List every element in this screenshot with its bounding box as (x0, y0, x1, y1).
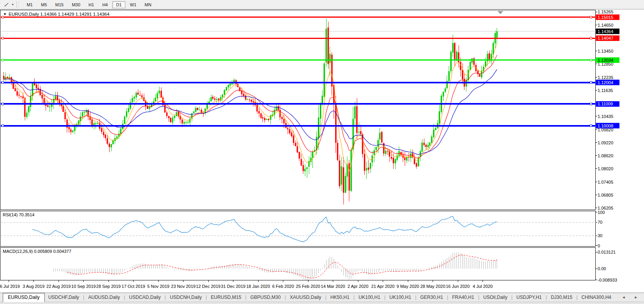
toolbar-grip[interactable] (17, 2, 19, 8)
date-tick-label: 5 Nov 2019 (147, 284, 169, 289)
timeframe-button-h1[interactable]: H1 (85, 1, 97, 8)
chart-tab-dj30-m15[interactable]: DJ30,M15 (547, 294, 576, 301)
date-tick-label: 16 Jun 2020 (446, 284, 470, 289)
macd-scale-label: -0.008933 (598, 278, 617, 282)
timeframe-buttons: M1M5M15M30H1H4D1W1MN (21, 1, 157, 8)
hline-handle[interactable] (2, 59, 4, 61)
date-tick-label: 9 May 2020 (396, 284, 419, 289)
date-tick-label: 28 Sep 2019 (96, 284, 121, 289)
date-tick-label: 25 Feb 2020 (296, 284, 320, 289)
rsi-scale-label: 0 (598, 243, 600, 248)
timeframe-button-m1[interactable]: M1 (23, 1, 36, 8)
hline-handle[interactable] (2, 16, 4, 18)
price-chart[interactable]: 1.152651.146501.134501.128501.122351.116… (0, 9, 644, 293)
price-tick-label: 1.13450 (598, 49, 613, 53)
chart-tab-usdjpy-h1[interactable]: USDJPY,H1 (513, 294, 545, 301)
macd-scale-label: 0.00 (598, 266, 606, 271)
date-tick-label: 31 Dec 2019 (221, 284, 245, 289)
chart-tab-china300-h4[interactable]: CHINA300,H4 (578, 294, 615, 301)
date-tick-label: 22 Aug 2019 (46, 284, 71, 289)
macd-label: MACD(12,26,9) 0.005809 0.004377 (3, 249, 71, 254)
line-style-tool[interactable]: ▼ (1, 1, 16, 8)
rsi-scale-label: 30 (598, 233, 602, 238)
price-tick-label: 1.14650 (598, 23, 613, 28)
date-tick-label: 16 Jul 2019 (0, 284, 20, 289)
date-tick-label: 2 Apr 2020 (347, 284, 368, 289)
price-tick-label: 1.07405 (598, 180, 613, 184)
price-tick-label: 1.11635 (598, 88, 613, 93)
hline-price-label: 1.12004 (598, 80, 613, 85)
date-tick-label: 23 Nov 2019 (171, 284, 195, 289)
date-tick-label: 6 Feb 2020 (272, 284, 294, 289)
chart-tab-usdcad-daily[interactable]: USDCAD,Daily (125, 294, 164, 301)
date-tick-label: 12 Dec 2019 (196, 284, 220, 289)
chart-tab-audusd-daily[interactable]: AUDUSD,Daily (85, 294, 124, 301)
chart-tab-usoil-daily[interactable]: USOil,Daily (480, 294, 511, 301)
timeframe-button-mn[interactable]: MN (141, 1, 155, 8)
timeframe-button-m30[interactable]: M30 (68, 1, 84, 8)
rsi-scale-label: 70 (598, 220, 602, 225)
hline-price-label: 1.14047 (598, 36, 613, 41)
hline-handle[interactable] (2, 103, 4, 105)
main-toolbar: ▼ M1M5M15M30H1H4D1W1MN (0, 0, 644, 9)
hline-handle[interactable] (590, 125, 592, 127)
chart-tab-gbpusd-m30[interactable]: GBPUSD,M30 (247, 294, 284, 301)
chart-tab-eurusd-m15[interactable]: EURUSD,M15 (207, 294, 245, 301)
hline-handle[interactable] (590, 59, 592, 61)
date-tick-label: 14 Mar 2020 (321, 284, 345, 289)
price-tick-label: 1.12235 (598, 75, 613, 80)
chart-tab-bar: EURUSD,DailyUSDCHF,Daily|AUDUSD,Daily|US… (0, 293, 644, 302)
time-axis: 16 Jul 20193 Aug 201922 Aug 201910 Sep 2… (0, 280, 493, 289)
chart-tab-uk100-h1[interactable]: UK100,H1 (355, 294, 384, 301)
hline-price-label: 1.11009 (598, 101, 613, 106)
chart-title-ohlc: EURUSD,Daily 1.14366 1.14429 1.14291 1.1… (9, 12, 110, 17)
hline-handle[interactable] (590, 103, 592, 105)
timeframe-button-m5[interactable]: M5 (37, 1, 50, 8)
chart-pane (0, 211, 596, 247)
date-tick-label: 17 Oct 2019 (122, 284, 145, 289)
current-price-label: 1.14364 (598, 29, 613, 34)
timeframe-button-m15[interactable]: M15 (52, 1, 67, 8)
collapse-arrow-icon[interactable]: ▼ (3, 12, 7, 16)
timeframe-button-w1[interactable]: W1 (127, 1, 140, 8)
rsi-label: RSI(14) 70.3514 (3, 212, 35, 217)
date-tick-label: 18 Jan 2020 (246, 284, 270, 289)
date-tick-label: 28 May 2020 (420, 284, 446, 289)
hline-handle[interactable] (2, 125, 4, 127)
hline-handle[interactable] (590, 37, 592, 39)
price-tick-label: 1.08020 (598, 166, 613, 171)
chart-tab-uk100-h1[interactable]: UK100,H1 (386, 294, 415, 301)
price-tick-label: 1.08620 (598, 153, 613, 158)
tab-scroll-arrows[interactable]: ◄ ► (622, 295, 644, 299)
hline-price-label: 1.13034 (598, 58, 613, 63)
chevron-down-icon[interactable]: ▼ (11, 3, 14, 6)
date-tick-label: 21 Apr 2020 (371, 284, 394, 289)
timeframe-button-h4[interactable]: H4 (99, 1, 111, 8)
hline-handle[interactable] (2, 81, 4, 83)
macd-scale-label: 0.013121 (598, 250, 616, 254)
date-tick-label: 3 Aug 2019 (23, 284, 45, 289)
chart-tab-usdchf-daily[interactable]: USDCHF,Daily (45, 294, 83, 301)
price-tick-label: 1.06805 (598, 193, 613, 197)
date-tick-label: 4 Jul 2020 (473, 284, 493, 289)
hline-price-label: 1.15015 (598, 15, 613, 20)
chart-tab-hk50-h1[interactable]: HK50,H1 (327, 294, 353, 301)
chart-tab-eurusd-daily[interactable]: EURUSD,Daily (3, 293, 45, 302)
chart-tab-xauusd-daily[interactable]: XAUUSD,Daily (286, 294, 325, 301)
chart-pane (0, 248, 596, 280)
hline-handle[interactable] (2, 37, 4, 39)
bottom-strip (0, 302, 644, 304)
line-style-icon (3, 1, 11, 8)
hline-price-label: 1.10008 (598, 123, 613, 128)
rsi-scale-label: 100 (598, 210, 605, 215)
hline-handle[interactable] (590, 81, 592, 83)
date-tick-label: 10 Sep 2019 (71, 284, 95, 289)
chart-tab-fra40-h1[interactable]: FRA40,H1 (449, 294, 478, 301)
chart-tab-ger30-h1[interactable]: GER30,H1 (417, 294, 447, 301)
hline-handle[interactable] (590, 16, 592, 18)
chart-pane (0, 10, 596, 210)
price-tick-label: 1.15265 (598, 9, 613, 14)
price-tick-label: 1.10435 (598, 114, 613, 119)
chart-tab-usdcnh-daily[interactable]: USDCNH,Daily (166, 294, 205, 301)
timeframe-button-d1[interactable]: D1 (112, 1, 125, 8)
